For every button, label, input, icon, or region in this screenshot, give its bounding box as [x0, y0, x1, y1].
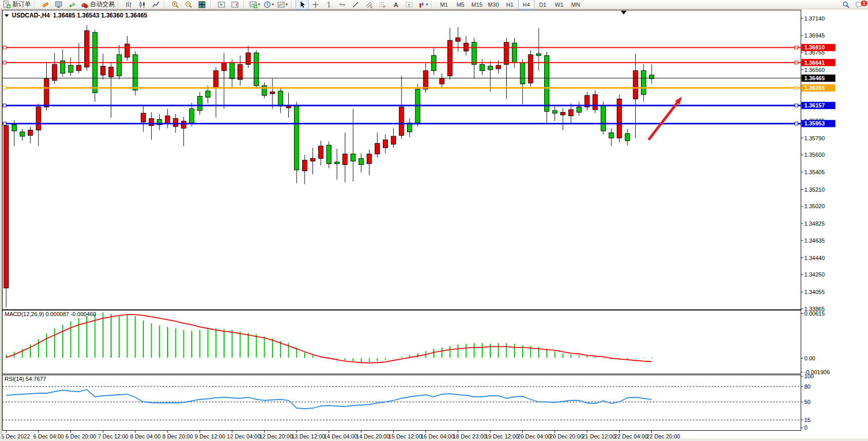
crosshair-icon — [311, 1, 320, 9]
toolbar-button-text[interactable]: A — [389, 0, 402, 9]
notification-badge: 1 — [861, 1, 867, 6]
svg-text:A: A — [394, 1, 398, 8]
svg-text:0: 0 — [804, 425, 807, 431]
bar-chart-icon — [125, 1, 133, 9]
toolbar-button-crosshair[interactable] — [309, 0, 322, 9]
zoom-out-icon — [184, 1, 193, 9]
toolbar-button-bar-chart[interactable] — [122, 0, 136, 9]
toolbar-button-notifications[interactable]: 1 — [853, 0, 866, 10]
toolbar-button-fibonacci[interactable]: F — [376, 0, 389, 9]
svg-text:1.36810: 1.36810 — [804, 44, 825, 50]
toolbar-button-templates[interactable]: ▾ — [275, 0, 289, 9]
toolbar-button-zoom-in[interactable] — [169, 0, 182, 9]
chart-shift-icon — [231, 1, 239, 9]
periods-icon — [263, 1, 271, 9]
toolbar-button-auto-scroll[interactable] — [215, 0, 228, 9]
toolbar-button-zoom-out[interactable] — [182, 0, 195, 9]
new-order-icon — [3, 1, 11, 9]
svg-text:100: 100 — [804, 373, 814, 379]
toolbar-separator — [243, 1, 246, 8]
templates-icon — [277, 1, 285, 9]
toolbar-button-arrows[interactable]: ▾ — [416, 0, 430, 9]
svg-text:F: F — [383, 5, 385, 9]
svg-text:1.36157: 1.36157 — [804, 102, 825, 108]
toolbar-button-news-feed[interactable] — [65, 0, 79, 9]
toolbar-button-equidistant-channel[interactable]: E — [362, 0, 376, 9]
toolbar-button-line-chart[interactable] — [149, 0, 162, 9]
toolbar-button-cursor[interactable] — [296, 0, 309, 9]
svg-text:1.34635: 1.34635 — [804, 237, 825, 244]
news-feed-icon — [68, 1, 76, 9]
zoom-in-icon — [171, 1, 179, 9]
timeframe-w1[interactable]: W1 — [551, 0, 567, 9]
svg-text:80: 80 — [804, 383, 810, 390]
toolbar-button-horizontal-line[interactable] — [336, 0, 349, 9]
svg-text:15: 15 — [804, 417, 810, 423]
toolbar-button-search[interactable] — [839, 0, 853, 10]
toolbar-separator — [34, 1, 36, 8]
timeframe-m1[interactable]: M1 — [436, 0, 452, 9]
trendline-icon — [352, 1, 360, 9]
timeframe-m30[interactable]: M30 — [485, 0, 502, 9]
svg-text:1.34825: 1.34825 — [804, 220, 825, 227]
toolbar-button-indicators[interactable]: ▾ — [248, 0, 262, 9]
timeframe-h4[interactable]: H4 — [518, 0, 534, 9]
svg-text:1.35020: 1.35020 — [804, 203, 825, 209]
svg-text:1.34055: 1.34055 — [804, 289, 825, 295]
toolbar-right: 1 — [839, 0, 866, 9]
search-icon — [842, 1, 850, 9]
horizontal-line-icon — [338, 1, 346, 9]
toolbar-separator — [431, 1, 434, 8]
autotrading-label: 自动交易 — [90, 0, 115, 9]
arrows-icon — [417, 1, 426, 9]
svg-text:1.36355: 1.36355 — [804, 85, 825, 91]
svg-text:1.36465: 1.36465 — [804, 75, 825, 81]
mt4-terminal: 新订单自动交易▾▾▾EFAT▾M1M5M15M30H1H4D1W1MN 1 1.… — [0, 0, 868, 441]
candle-chart-icon — [138, 1, 146, 9]
indicators-caret-icon: ▾ — [258, 2, 260, 7]
toolbar-button-autotrading[interactable]: 自动交易 — [79, 0, 116, 9]
toolbar-button-chart-shift[interactable] — [228, 0, 242, 9]
toolbar-button-text-label[interactable]: T — [402, 0, 416, 9]
window-bottom-edge — [0, 438, 868, 441]
svg-text:1.34250: 1.34250 — [804, 271, 825, 278]
cursor-icon — [298, 1, 306, 9]
toolbar-button-trendline[interactable] — [349, 0, 362, 9]
terminal-window-icon — [54, 1, 63, 9]
svg-text:0.00: 0.00 — [804, 355, 815, 361]
line-chart-icon — [152, 1, 160, 9]
toolbar-button-terminal-window[interactable] — [52, 0, 65, 9]
toolbar-button-tile-windows[interactable] — [195, 0, 209, 9]
equidistant-channel-icon: E — [365, 1, 373, 9]
toolbar-button-new-order[interactable]: 新订单 — [1, 0, 32, 9]
svg-text:1.35210: 1.35210 — [804, 187, 825, 193]
svg-text:1.35405: 1.35405 — [804, 169, 825, 175]
svg-text:1.36945: 1.36945 — [804, 32, 825, 39]
style-brush-icon — [41, 1, 49, 9]
timeframe-h1[interactable]: H1 — [502, 0, 518, 9]
toolbar-button-style-brush[interactable] — [39, 0, 52, 9]
toolbar-separator — [118, 1, 120, 8]
toolbar-button-periods[interactable]: ▾ — [262, 0, 275, 9]
svg-text:1.36641: 1.36641 — [804, 60, 825, 66]
fibonacci-icon: F — [378, 1, 386, 9]
svg-text:1.36560: 1.36560 — [804, 67, 825, 73]
vertical-line-icon — [325, 1, 333, 9]
toolbar-separator — [291, 1, 293, 8]
window-left-edge — [0, 9, 2, 441]
arrows-caret-icon: ▾ — [426, 2, 428, 7]
indicators-icon — [249, 1, 257, 9]
svg-text:E: E — [371, 5, 373, 8]
timeframe-mn[interactable]: MN — [567, 0, 584, 9]
timeframe-m15[interactable]: M15 — [469, 0, 485, 9]
timeframe-d1[interactable]: D1 — [534, 0, 551, 9]
svg-text:1.37140: 1.37140 — [804, 15, 825, 22]
svg-text:1.35790: 1.35790 — [804, 135, 825, 141]
timeframe-m5[interactable]: M5 — [452, 0, 469, 9]
text-label-icon: T — [405, 1, 413, 9]
toolbar-separator — [164, 1, 167, 8]
price-chart-canvas[interactable]: 1.371401.369451.367551.365601.363651.361… — [0, 9, 868, 441]
toolbar-button-vertical-line[interactable] — [322, 0, 336, 9]
toolbar-button-candle-chart[interactable] — [136, 0, 149, 9]
svg-text:1.35600: 1.35600 — [804, 152, 825, 158]
